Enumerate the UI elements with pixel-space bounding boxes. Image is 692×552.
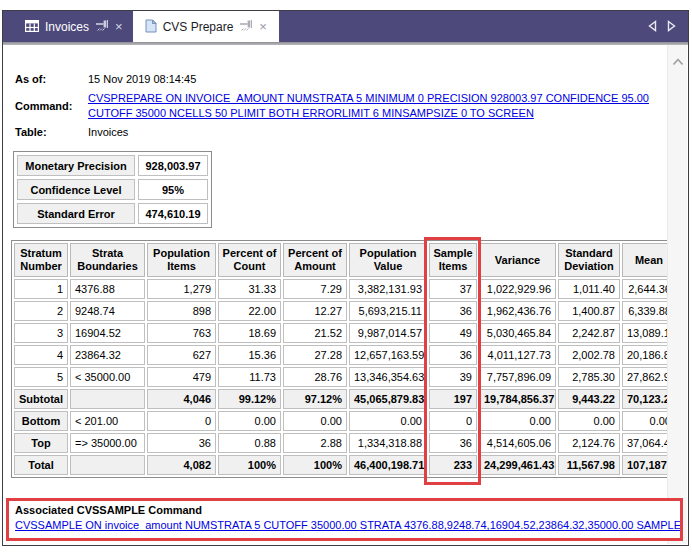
cell: 2,644.36	[622, 279, 667, 299]
cell: 0.00	[283, 411, 347, 431]
column-header: Population Items	[147, 243, 216, 277]
cell: 233	[429, 455, 477, 475]
column-header: Standard Deviation	[558, 243, 620, 277]
command-row: Command: CVSPREPARE ON INVOICE_AMOUNT NU…	[15, 91, 667, 120]
cell: 21.52	[283, 323, 347, 343]
cell: 19,784,856.37	[479, 389, 556, 409]
cell: 36	[429, 345, 477, 365]
cell: 4,011,127.73	[479, 345, 556, 365]
cell: 36	[147, 433, 216, 453]
cvssample-command-link[interactable]: CVSSAMPLE ON invoice_amount NUMSTRATA 5 …	[15, 518, 674, 533]
cell: 2,124.76	[558, 433, 620, 453]
cell: 0.00	[349, 411, 427, 431]
cell: 1,022,929.96	[479, 279, 556, 299]
column-header: Percent of Amount	[283, 243, 347, 277]
pin-icon[interactable]	[95, 19, 109, 34]
summary-row: Confidence Level95%	[17, 179, 208, 200]
cell: 16904.52	[70, 323, 145, 343]
column-header: Stratum Number	[14, 243, 68, 277]
cell: 3	[14, 323, 68, 343]
cell: 9,987,014.57	[349, 323, 427, 343]
cell: 0.00	[622, 411, 667, 431]
cell: 627	[147, 345, 216, 365]
table-row: Bottom< 201.0000.000.000.0000.000.000.00	[14, 411, 667, 431]
column-header: Strata Boundaries	[70, 243, 145, 277]
cell: 0.00	[479, 411, 556, 431]
tab-cvs-prepare[interactable]: CVS Prepare ×	[133, 11, 279, 42]
column-header: Percent of Count	[218, 243, 281, 277]
cell: 0	[429, 411, 477, 431]
summary-value: 95%	[138, 179, 208, 200]
cell: 11.73	[218, 367, 281, 387]
table-value: Invoices	[88, 126, 128, 138]
column-header: Variance	[479, 243, 556, 277]
as-of-row: As of: 15 Nov 2019 08:14:45	[15, 73, 667, 85]
table-row: 423864.3262715.3627.2812,657,163.59364,0…	[14, 345, 667, 365]
cell	[70, 389, 145, 409]
table-row: 5< 35000.0047911.7328.7613,346,354.63397…	[14, 367, 667, 387]
chevron-up-icon	[672, 56, 684, 68]
table-grid-icon	[25, 20, 39, 34]
cell: 0.00	[558, 411, 620, 431]
cell: 27,862.95	[622, 367, 667, 387]
cell: 4,514,605.06	[479, 433, 556, 453]
cell: 1,334,318.88	[349, 433, 427, 453]
cell: 2,785.30	[558, 367, 620, 387]
cell: 107,187.61	[622, 455, 667, 475]
cell: 12,657,163.59	[349, 345, 427, 365]
summary-table: Monetary Precision928,003.97Confidence L…	[13, 151, 212, 228]
cell: 22.00	[218, 301, 281, 321]
table-row: Subtotal4,04699.12%97.12%45,065,879.8319…	[14, 389, 667, 409]
pin-icon[interactable]	[239, 19, 253, 34]
cell: < 201.00	[70, 411, 145, 431]
summary-label: Confidence Level	[17, 179, 135, 200]
command-label: Command:	[15, 100, 88, 112]
tab-scroll-buttons	[648, 11, 688, 42]
cell: 20,186.86	[622, 345, 667, 365]
cell: 4376.88	[70, 279, 145, 299]
cell: 24,299,461.43	[479, 455, 556, 475]
cell: 45,065,879.83	[349, 389, 427, 409]
cell: < 35000.00	[70, 367, 145, 387]
cell: 46,400,198.71	[349, 455, 427, 475]
strata-table: Stratum NumberStrata BoundariesPopulatio…	[11, 240, 667, 478]
strata-table-body: 14376.881,27931.337.293,382,131.93371,02…	[14, 279, 667, 475]
summary-row: Monetary Precision928,003.97	[17, 155, 208, 176]
cell: 23864.32	[70, 345, 145, 365]
document-icon	[145, 19, 157, 35]
cell: 28.76	[283, 367, 347, 387]
close-icon[interactable]: ×	[259, 22, 267, 32]
summary-value: 474,610.19	[138, 203, 208, 224]
column-header: Mean	[622, 243, 667, 277]
cell: 4,046	[147, 389, 216, 409]
cell: 0.88	[218, 433, 281, 453]
table-row: 316904.5276318.6921.529,987,014.57495,03…	[14, 323, 667, 343]
vertical-scrollbar[interactable]	[667, 45, 687, 544]
scroll-tabs-left-button[interactable]	[648, 20, 657, 34]
cell: 2.88	[283, 433, 347, 453]
scroll-up-button[interactable]	[668, 53, 687, 71]
cvsprepare-command-link[interactable]: CVSPREPARE ON INVOICE_AMOUNT NUMSTRATA 5…	[88, 92, 649, 119]
cell: Total	[14, 455, 68, 475]
tab-cvs-prepare-label: CVS Prepare	[163, 20, 234, 34]
column-header: Population Value	[349, 243, 427, 277]
summary-row: Standard Error474,610.19	[17, 203, 208, 224]
cell: 2	[14, 301, 68, 321]
cell: 5,030,465.84	[479, 323, 556, 343]
cell: => 35000.00	[70, 433, 145, 453]
cell: 3,382,131.93	[349, 279, 427, 299]
cell: 5,693,215.11	[349, 301, 427, 321]
cell: 6,339.88	[622, 301, 667, 321]
cell: 36	[429, 433, 477, 453]
summary-table-body: Monetary Precision928,003.97Confidence L…	[17, 155, 208, 224]
cell: 1,279	[147, 279, 216, 299]
tab-invoices[interactable]: Invoices ×	[15, 11, 133, 42]
close-icon[interactable]: ×	[115, 22, 123, 32]
cell: 1	[14, 279, 68, 299]
cell: 1,962,436.76	[479, 301, 556, 321]
scroll-tabs-right-button[interactable]	[667, 20, 676, 34]
results-window: Invoices × CVS Prepare	[2, 10, 689, 546]
cell: 7,757,896.09	[479, 367, 556, 387]
table-row: Total4,082100%100%46,400,198.7123324,299…	[14, 455, 667, 475]
cell: 479	[147, 367, 216, 387]
